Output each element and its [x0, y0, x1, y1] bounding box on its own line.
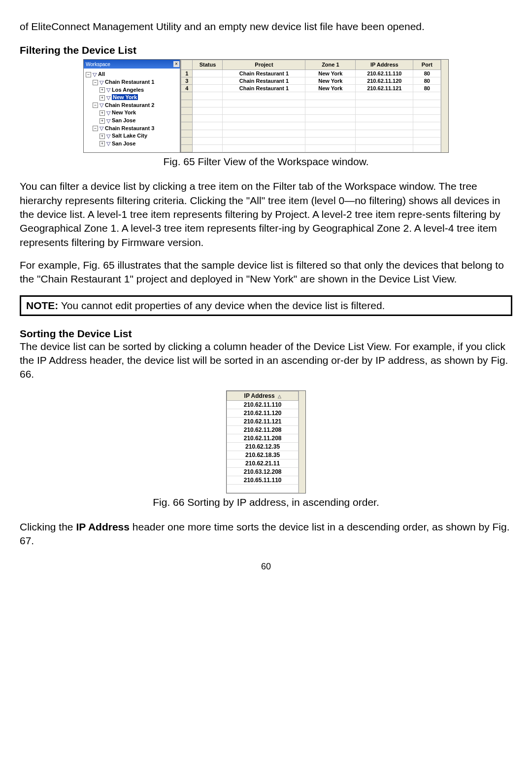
workspace-panel: Workspace × −▽All −▽Chain Restaurant 1 +… [84, 60, 180, 152]
note-text: You cannot edit properties of any device… [58, 300, 385, 311]
cell-ip: 210.62.11.208 [227, 434, 299, 442]
funnel-icon: ▽ [100, 102, 103, 109]
ip-table: IP Address△ 210.62.11.110 210.62.11.120 … [227, 391, 299, 493]
filter-heading: Filtering the Device List [20, 44, 512, 56]
cell-ip: 210.62.11.110 [356, 70, 413, 77]
note-label: NOTE: [26, 300, 58, 311]
cell-port: 80 [413, 70, 441, 77]
sort2a: Clicking the [20, 521, 76, 532]
tree-slc[interactable]: Salt Lake City [112, 133, 147, 139]
tree-sj2[interactable]: San Jose [112, 141, 135, 146]
funnel-icon: ▽ [106, 94, 110, 102]
note-box: NOTE: You cannot edit properties of any … [20, 295, 512, 316]
table-row[interactable]: 210.62.18.35 [227, 451, 299, 459]
table-row[interactable]: 210.65.11.110 [227, 476, 299, 484]
cell-project: Chain Restaurant 1 [223, 85, 305, 92]
cell-ip: 210.62.18.35 [227, 451, 299, 459]
expand-icon[interactable]: + [100, 141, 105, 146]
cell-port: 80 [413, 85, 441, 92]
tree-cr1[interactable]: Chain Restaurant 1 [105, 79, 154, 85]
row-num: 3 [181, 77, 193, 84]
cell-port: 80 [413, 77, 441, 84]
sort-paragraph-1: The device list can be sorted by clickin… [20, 340, 512, 382]
grid-header-row: Status Project Zone 1 IP Address Port [181, 60, 441, 70]
funnel-icon: ▽ [100, 125, 103, 132]
cell-zone1: New York [305, 70, 356, 77]
funnel-icon: ▽ [93, 71, 97, 78]
sort-asc-icon: △ [278, 394, 281, 399]
sort-paragraph-2: Clicking the IP Address header one more … [20, 520, 512, 548]
expand-icon[interactable]: + [100, 95, 105, 101]
workspace-title-text: Workspace [86, 62, 110, 67]
filter-paragraph-2: For example, Fig. 65 illustrates that th… [20, 258, 512, 286]
tree-la[interactable]: Los Angeles [112, 87, 144, 93]
expand-icon[interactable]: − [93, 103, 98, 108]
table-row[interactable]: 210.62.12.35 [227, 442, 299, 451]
close-icon[interactable]: × [173, 61, 179, 67]
fig65-caption: Fig. 65 Filter View of the Workspace win… [20, 156, 512, 168]
fig66-caption: Fig. 66 Sorting by IP address, in ascend… [20, 496, 512, 508]
col-ip-sorted[interactable]: IP Address△ [227, 391, 299, 400]
funnel-icon: ▽ [100, 79, 103, 86]
table-row[interactable]: 210.62.11.208 [227, 425, 299, 434]
cell-ip: 210.62.11.121 [356, 85, 413, 92]
table-row[interactable]: 210.62.11.121 [227, 417, 299, 425]
workspace-titlebar: Workspace × [84, 60, 180, 69]
tree-sj[interactable]: San Jose [112, 117, 135, 123]
device-grid: Status Project Zone 1 IP Address Port 1 … [181, 60, 441, 152]
funnel-icon: ▽ [106, 109, 110, 117]
col-project[interactable]: Project [223, 60, 305, 70]
table-row[interactable]: 210.63.12.208 [227, 467, 299, 476]
expand-icon[interactable]: + [100, 87, 105, 93]
tree-ny2[interactable]: New York [112, 109, 136, 115]
cell-project: Chain Restaurant 1 [223, 70, 305, 77]
expand-icon[interactable]: − [93, 80, 98, 85]
expand-icon[interactable]: + [100, 110, 105, 116]
funnel-icon: ▽ [106, 117, 110, 125]
sort2-bold: IP Address [76, 521, 130, 532]
scrollbar[interactable] [299, 391, 305, 493]
cell-zone1: New York [305, 85, 356, 92]
cell-ip: 210.62.11.110 [227, 400, 299, 409]
funnel-icon: ▽ [106, 86, 110, 94]
row-num: 4 [181, 85, 193, 92]
tree-all[interactable]: All [98, 71, 105, 77]
cell-ip: 210.62.11.208 [227, 425, 299, 434]
sort-heading: Sorting the Device List [20, 328, 512, 340]
expand-icon[interactable]: + [100, 134, 105, 139]
tree-ny-selected[interactable]: New York [112, 94, 138, 100]
cell-project: Chain Restaurant 1 [223, 77, 305, 84]
scrollbar[interactable] [441, 60, 448, 152]
cell-ip: 210.62.11.120 [356, 77, 413, 84]
funnel-icon: ▽ [106, 133, 110, 140]
filter-paragraph-1: You can filter a device list by clicking… [20, 179, 512, 249]
cell-ip: 210.63.12.208 [227, 467, 299, 476]
intro-paragraph: of EliteConnect Management Utility and a… [20, 20, 512, 34]
table-row[interactable]: 210.62.11.208 [227, 434, 299, 442]
col-ip[interactable]: IP Address [356, 60, 413, 70]
filter-tree[interactable]: −▽All −▽Chain Restaurant 1 +▽Los Angeles… [84, 69, 180, 152]
row-num: 1 [181, 70, 193, 77]
cell-ip: 210.62.12.35 [227, 442, 299, 451]
cell-ip: 210.62.21.11 [227, 459, 299, 467]
cell-ip: 210.65.11.110 [227, 476, 299, 484]
table-row[interactable]: 210.62.11.110 [227, 400, 299, 409]
cell-ip: 210.62.11.120 [227, 409, 299, 417]
expand-icon[interactable]: − [86, 72, 91, 77]
table-row[interactable]: 3 Chain Restaurant 1 New York 210.62.11.… [181, 77, 441, 84]
expand-icon[interactable]: − [93, 126, 98, 131]
cell-ip: 210.62.11.121 [227, 417, 299, 425]
fig65-screenshot: Workspace × −▽All −▽Chain Restaurant 1 +… [83, 59, 449, 153]
table-row[interactable]: 210.62.11.120 [227, 409, 299, 417]
funnel-icon: ▽ [106, 140, 110, 147]
tree-cr2[interactable]: Chain Restaurant 2 [105, 102, 154, 108]
table-row[interactable]: 1 Chain Restaurant 1 New York 210.62.11.… [181, 70, 441, 77]
col-zone1[interactable]: Zone 1 [305, 60, 356, 70]
table-row[interactable]: 210.62.21.11 [227, 459, 299, 467]
col-status[interactable]: Status [193, 60, 223, 70]
table-row[interactable]: 4 Chain Restaurant 1 New York 210.62.11.… [181, 85, 441, 92]
fig66-screenshot: IP Address△ 210.62.11.110 210.62.11.120 … [226, 390, 306, 493]
tree-cr3[interactable]: Chain Restaurant 3 [105, 125, 154, 131]
col-port[interactable]: Port [413, 60, 441, 70]
expand-icon[interactable]: + [100, 118, 105, 124]
